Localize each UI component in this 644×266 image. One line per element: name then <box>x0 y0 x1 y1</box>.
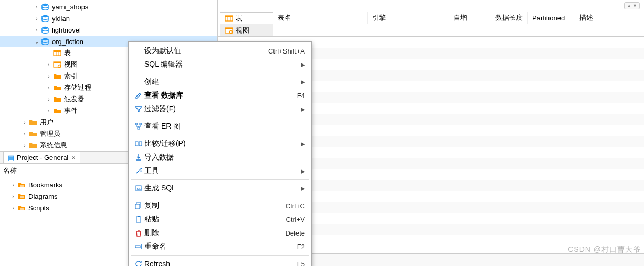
close-icon[interactable]: × <box>71 154 76 162</box>
expand-arrow-icon[interactable]: › <box>33 4 40 10</box>
expand-arrow-icon[interactable]: › <box>9 194 17 199</box>
menu-item[interactable]: 导入数据 <box>129 151 311 164</box>
column-header[interactable]: 描述 <box>575 12 617 24</box>
svg-rect-19 <box>225 28 233 29</box>
svg-point-2 <box>42 27 48 29</box>
chevron-right-icon: ▶ <box>301 141 305 147</box>
tree-item-label: 触发器 <box>64 94 85 104</box>
menu-shortcut: Delete <box>285 229 305 237</box>
menu-separator <box>131 179 309 180</box>
expand-arrow-icon[interactable]: ⌄ <box>33 39 40 45</box>
svg-text:SQL: SQL <box>137 187 143 190</box>
menu-item[interactable]: 复制Ctrl+C <box>129 199 311 212</box>
menu-item-label: 查看 ER 图 <box>144 122 305 131</box>
folder-icon <box>28 130 38 138</box>
column-header[interactable]: 表名 <box>273 12 368 24</box>
menu-item[interactable]: RefreshF5 <box>129 257 311 266</box>
expand-arrow-icon[interactable]: › <box>21 120 28 125</box>
column-header[interactable]: Partitioned <box>528 12 575 24</box>
expand-arrow-icon[interactable]: › <box>33 16 40 22</box>
tree-item-label: yidian <box>52 15 70 23</box>
svg-rect-21 <box>135 123 138 125</box>
menu-shortcut: Ctrl+Shift+A <box>268 47 305 55</box>
detail-tab[interactable]: 视图 <box>220 24 273 36</box>
tree-item-label: Diagrams <box>28 193 58 200</box>
svg-rect-29 <box>135 204 140 209</box>
column-header[interactable]: 数据长度 <box>491 12 528 24</box>
chevron-right-icon: ▶ <box>301 79 305 86</box>
tree-item-label: 视图 <box>64 60 78 69</box>
tree-item-label: Bookmarks <box>28 181 62 189</box>
tree-item-label: org_fiction <box>52 38 83 46</box>
tree-item-label: 存储过程 <box>64 83 91 92</box>
folder-icon <box>52 83 62 92</box>
folder-icon <box>52 95 62 103</box>
menu-item-label: 生成 SQL <box>144 184 301 193</box>
menu-shortcut: Ctrl+C <box>286 202 305 210</box>
expand-arrow-icon[interactable]: › <box>21 143 28 148</box>
compare-icon <box>133 140 144 147</box>
context-menu: 设为默认值Ctrl+Shift+ASQL 编辑器▶创建▶查看 数据库F4过滤器(… <box>128 41 312 266</box>
menu-item[interactable]: 设为默认值Ctrl+Shift+A <box>129 44 311 58</box>
tree-item[interactable]: ›lightnovel <box>0 24 217 36</box>
menu-item[interactable]: 过滤器(F)▶ <box>129 102 311 116</box>
database-icon <box>40 26 50 34</box>
menu-item[interactable]: SQL生成 SQL▶ <box>129 182 311 195</box>
collapse-toggle[interactable]: ▲ ▼ <box>624 2 640 9</box>
folder-icon <box>52 72 62 80</box>
menu-item-label: 工具 <box>144 166 301 176</box>
menu-item[interactable]: 创建▶ <box>129 75 311 89</box>
menu-item[interactable]: SQL 编辑器▶ <box>129 58 311 71</box>
copy-icon <box>133 202 144 209</box>
tree-item-label: 事件 <box>64 106 78 115</box>
folder-icon <box>17 180 26 189</box>
database-icon <box>40 3 50 11</box>
expand-arrow-icon[interactable]: › <box>45 85 52 91</box>
column-header[interactable]: 引擎 <box>368 12 449 24</box>
project-tab[interactable]: ▤ Project - General × <box>3 152 80 163</box>
expand-arrow-icon[interactable]: › <box>21 131 28 137</box>
funnel-icon <box>133 105 144 113</box>
svg-rect-5 <box>54 50 61 52</box>
column-header[interactable]: 自增 <box>449 12 491 24</box>
tree-item-label: lightnovel <box>52 26 81 34</box>
chevron-right-icon: ▶ <box>301 61 305 68</box>
menu-item[interactable]: 粘贴Ctrl+V <box>129 212 311 226</box>
expand-arrow-icon[interactable]: › <box>45 62 52 68</box>
tree-item[interactable]: ›yidian <box>0 13 217 24</box>
menu-item-label: Refresh <box>144 260 297 266</box>
tree-item-label: 索引 <box>64 71 78 81</box>
trash-icon <box>133 229 144 237</box>
menu-item-label: 设为默认值 <box>144 46 268 56</box>
menu-shortcut: F2 <box>297 243 305 251</box>
er-icon <box>133 123 144 130</box>
menu-item[interactable]: 工具▶ <box>129 164 311 178</box>
expand-arrow-icon[interactable]: › <box>45 97 52 102</box>
svg-rect-23 <box>138 127 140 129</box>
expand-arrow-icon[interactable]: › <box>45 73 52 79</box>
svg-rect-12 <box>20 196 24 198</box>
menu-shortcut: F5 <box>297 260 305 267</box>
svg-rect-22 <box>140 123 142 125</box>
expand-arrow-icon[interactable]: › <box>9 182 17 188</box>
menu-item[interactable]: 删除Delete <box>129 226 311 240</box>
expand-arrow-icon[interactable]: › <box>9 205 17 211</box>
menu-shortcut: Ctrl+V <box>286 216 305 224</box>
tree-item[interactable]: ›yami_shops <box>0 1 217 13</box>
view-icon <box>52 60 62 69</box>
menu-item-label: 重命名 <box>144 242 297 251</box>
detail-tab[interactable]: 表 <box>220 12 273 24</box>
menu-item[interactable]: 重命名F2 <box>129 240 311 253</box>
svg-point-1 <box>42 15 48 17</box>
menu-item[interactable]: 查看 数据库F4 <box>129 89 311 102</box>
menu-item[interactable]: 比较/迁移(P)▶ <box>129 137 311 151</box>
database-icon <box>40 37 50 46</box>
expand-arrow-icon[interactable]: › <box>33 27 40 33</box>
menu-item[interactable]: 查看 ER 图 <box>129 120 311 133</box>
svg-rect-11 <box>20 185 24 187</box>
menu-shortcut: F4 <box>297 92 305 100</box>
svg-rect-15 <box>225 16 233 17</box>
right-top-strip: ▲ ▼ <box>218 0 644 12</box>
expand-arrow-icon[interactable]: › <box>45 108 52 114</box>
menu-separator <box>131 255 309 256</box>
